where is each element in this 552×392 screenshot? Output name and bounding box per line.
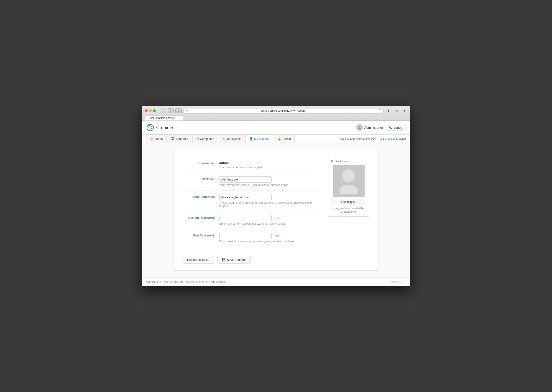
fullname-section: Full Name: Your first and last names, us…: [183, 173, 319, 190]
gravatar-link[interactable]: Gravatar.com.: [341, 210, 356, 213]
username-value: admin: [219, 161, 319, 165]
avatar: [356, 124, 363, 131]
tab-admin[interactable]: 🔒 Admin: [274, 135, 295, 143]
footer-license-link[interactable]: MIT License: [211, 280, 226, 284]
close-button[interactable]: [145, 109, 148, 112]
maximize-button[interactable]: [153, 109, 156, 112]
email-input[interactable]: [219, 194, 272, 200]
username-field: admin Your username cannot be changed.: [219, 161, 319, 169]
email-label: Email Address:: [183, 194, 219, 198]
logout-button[interactable]: ⏻ Logout: [387, 125, 406, 131]
new-password-section: New Password: Hide If you need to change…: [183, 229, 319, 247]
footer-version: Version 0.5.1: [390, 280, 406, 284]
new-password-input[interactable]: [219, 233, 272, 239]
email-section: Email Address: This is used to generate …: [183, 190, 319, 211]
admin-icon: 🔒: [278, 137, 281, 140]
logout-label: Logout: [393, 126, 403, 129]
logo-text: Cronicle: [156, 125, 173, 130]
tab-job-details[interactable]: 🏷 Job Details: [219, 135, 245, 143]
current-password-hide[interactable]: Hide: [274, 217, 279, 220]
info-icon[interactable]: ⓘ: [379, 109, 381, 113]
reload-icon[interactable]: ↻: [186, 109, 188, 112]
username-hint: Your username cannot be changed.: [219, 166, 319, 169]
schedule-icon: 📅: [171, 137, 175, 140]
duplicate-icon[interactable]: ⧉: [393, 108, 400, 113]
form-fields: Username: admin Your username cannot be …: [183, 157, 319, 264]
user-name: Administrator: [364, 126, 383, 129]
fullname-field: Your first and last names, used for disp…: [219, 176, 319, 187]
app-footer: Cronicle is © 2016 by PixlCore . Release…: [142, 277, 410, 286]
tab-my-account[interactable]: 👤 My Account: [246, 135, 273, 143]
completed-icon: ↩: [196, 137, 199, 140]
profile-card: Profile Picture Edit Image... Image serv…: [328, 157, 369, 217]
current-password-hint: Enter your current account password to m…: [219, 222, 319, 225]
fullname-label: Full Name:: [183, 176, 219, 181]
new-password-label: New Password:: [183, 233, 219, 237]
svg-point-5: [340, 185, 358, 194]
fullname-input[interactable]: [219, 176, 272, 182]
traffic-lights: [145, 109, 156, 112]
back-button[interactable]: ‹: [160, 108, 166, 113]
address-input[interactable]: [189, 109, 377, 112]
action-buttons: Delete Account... 💾 Save Changes: [183, 252, 319, 264]
my-account-icon: 👤: [249, 137, 253, 140]
avatar-silhouette: [337, 167, 360, 194]
footer-license-prefix: . Released under the: [184, 280, 210, 284]
current-password-label: Current Password:: [183, 215, 219, 219]
tab-home[interactable]: 🏠 Home: [146, 135, 167, 143]
share-icon[interactable]: ⬆: [385, 108, 392, 113]
footer-company-link[interactable]: PixlCore: [173, 280, 183, 284]
scheduler-status: ☑ Scheduler Enabled: [379, 137, 406, 140]
form-and-profile: Username: admin Your username cannot be …: [183, 157, 369, 264]
check-icon: ☑: [379, 137, 382, 140]
svg-point-1: [149, 126, 152, 129]
power-icon: ⏻: [389, 126, 392, 129]
forward-button[interactable]: ›: [167, 108, 174, 113]
footer-copyright: is © 2016 by: [157, 280, 172, 284]
profile-picture-title: Profile Picture: [331, 160, 366, 163]
email-hint: This is used to generate your profile pi…: [219, 201, 319, 208]
current-password-row: Hide: [219, 215, 319, 221]
logo-icon: [146, 124, 154, 132]
email-field: This is used to generate your profile pi…: [219, 194, 319, 208]
tab-completed[interactable]: ↩ Completed: [192, 135, 218, 143]
new-password-hide[interactable]: Hide: [274, 234, 279, 238]
footer-brand-link[interactable]: Cronicle: [146, 280, 156, 284]
svg-point-4: [342, 169, 355, 182]
address-bar-container: ↻ ⓘ: [183, 108, 384, 113]
save-icon: 💾: [222, 258, 225, 261]
new-password-field: Hide If you need to change your password…: [219, 233, 319, 243]
username-label: Username:: [183, 161, 219, 165]
save-changes-button[interactable]: 💾 Save Changes: [218, 256, 250, 264]
current-password-field: Hide Enter your current account password…: [219, 215, 319, 225]
current-password-input[interactable]: [219, 215, 272, 221]
fullname-hint: Your first and last names, used for disp…: [219, 183, 319, 187]
header-user: Administrator: [356, 124, 383, 131]
browser-titlebar: ‹ › ⊟ ↻ ⓘ ⬆ ⧉ + local.cronicle.com:3012: [142, 106, 410, 121]
new-tab-button[interactable]: +: [402, 108, 407, 113]
new-password-row: Hide: [219, 233, 319, 239]
main-content: Username: admin Your username cannot be …: [142, 143, 410, 277]
tab-label: local.cronicle.com:3012: [150, 116, 178, 119]
edit-image-button[interactable]: Edit Image...: [331, 199, 366, 205]
new-password-hint: If you need to change your password, ent…: [219, 240, 319, 243]
minimize-button[interactable]: [149, 109, 152, 112]
profile-image-placeholder: [333, 165, 365, 197]
nav-tabs: 🏠 Home 📅 Schedule ↩ Completed 🏷 Job Deta…: [142, 135, 410, 143]
username-section: Username: admin Your username cannot be …: [183, 157, 319, 173]
delete-account-button[interactable]: Delete Account...: [183, 256, 214, 264]
profile-section: Profile Picture Edit Image... Image serv…: [328, 157, 369, 217]
job-details-icon: 🏷: [223, 137, 225, 140]
current-password-section: Current Password: Hide Enter your curren…: [183, 211, 319, 229]
datetime-display: Apr 30, 2016 5:50:10 PM PDT: [340, 137, 377, 140]
app-header: Cronicle Administrator ⏻ Logout: [142, 121, 410, 135]
app-content: Cronicle Administrator ⏻ Logout 🏠 Home 📅: [142, 121, 410, 286]
sidebar-button[interactable]: ⊟: [175, 108, 182, 113]
browser-tab[interactable]: local.cronicle.com:3012: [145, 115, 183, 120]
tab-schedule[interactable]: 📅 Schedule: [167, 135, 192, 143]
browser-window: ‹ › ⊟ ↻ ⓘ ⬆ ⧉ + local.cronicle.com:3012: [142, 106, 410, 286]
content-card: Username: admin Your username cannot be …: [174, 150, 378, 271]
gravatar-note: Image services provided by Gravatar.com.: [331, 207, 366, 214]
app-logo: Cronicle: [146, 124, 173, 132]
footer-left: Cronicle is © 2016 by PixlCore . Release…: [146, 280, 226, 284]
